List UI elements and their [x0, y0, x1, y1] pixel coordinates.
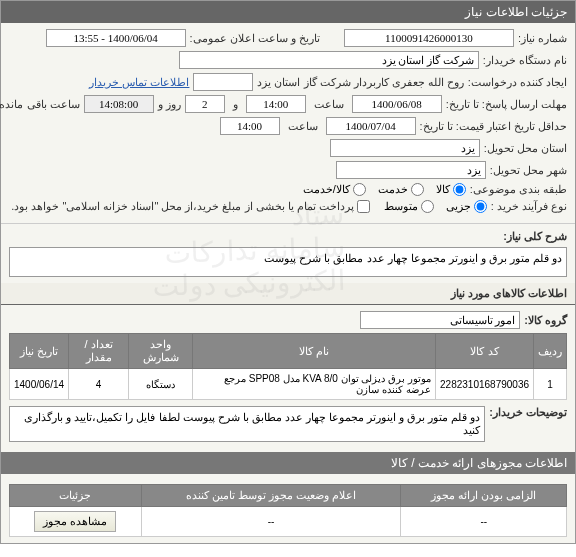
buyer-notes-label: توضیحات خریدار: — [489, 406, 567, 419]
purchase-type-label: نوع فرآیند خرید : — [491, 200, 567, 213]
col-code: کد کالا — [436, 334, 534, 369]
license-table: الزامی بودن ارائه مجوز اعلام وضعیت مجوز … — [9, 484, 567, 537]
minvalid-time[interactable] — [220, 117, 280, 135]
goods-table: ردیف کد کالا نام کالا واحد شمارش تعداد /… — [9, 333, 567, 400]
view-license-button[interactable]: مشاهده مجوز — [34, 511, 116, 532]
deadline-date[interactable] — [352, 95, 442, 113]
col-idx: ردیف — [534, 334, 567, 369]
minvalid-date[interactable] — [326, 117, 416, 135]
cat-kk-radio[interactable] — [353, 183, 366, 196]
col-unit: واحد شمارش — [129, 334, 193, 369]
city-deliver2[interactable] — [336, 161, 486, 179]
cat-khadamat[interactable]: خدمت — [378, 183, 424, 196]
days-field[interactable] — [185, 95, 225, 113]
buyer-notes-text: دو قلم متور برق و اینورتر مجموعا چهار عد… — [9, 406, 485, 442]
time-label-2: ساعت — [288, 120, 318, 133]
cat-khadamat-radio[interactable] — [411, 183, 424, 196]
goods-header: اطلاعات کالاهای مورد نیاز — [1, 283, 575, 305]
and-label: و — [233, 98, 238, 111]
summary-text: دو قلم متور برق و اینورتر مجموعا چهار عد… — [9, 247, 567, 277]
requester-label: ایجاد کننده درخواست: — [468, 76, 567, 89]
deadline-time[interactable] — [246, 95, 306, 113]
page-title: جزئیات اطلاعات نیاز — [1, 1, 575, 23]
remaining-label: ساعت باقی مانده — [0, 98, 80, 111]
lic-col-status: اعلام وضعیت مجوز توسط تامین کننده — [141, 485, 401, 507]
need-no-label: شماره نیاز: — [518, 32, 567, 45]
cat-kala[interactable]: کالا — [436, 183, 466, 196]
group-field[interactable] — [360, 311, 520, 329]
remaining-time — [84, 95, 154, 113]
public-dt-field[interactable] — [46, 29, 186, 47]
contact-link[interactable]: اطلاعات تماس خریدار — [89, 76, 189, 89]
pt-motevaset-radio[interactable] — [421, 200, 434, 213]
city-deliver[interactable] — [330, 139, 480, 157]
buyer-org-field[interactable] — [179, 51, 479, 69]
license-row: -- -- مشاهده مجوز — [10, 507, 567, 537]
pay-note-check[interactable]: پرداخت تمام یا بخشی از مبلغ خرید،از محل … — [11, 200, 370, 213]
city-deliver2-label: شهر محل تحویل: — [490, 164, 567, 177]
table-row[interactable]: 1 2282310168790036 موتور برق دیزلی توان … — [10, 369, 567, 400]
public-dt-label: تاریخ و ساعت اعلان عمومی: — [190, 32, 320, 45]
pt-jozi-radio[interactable] — [474, 200, 487, 213]
lic-col-details: جزئیات — [10, 485, 142, 507]
pay-checkbox[interactable] — [357, 200, 370, 213]
buyer-org-label: نام دستگاه خریدار: — [483, 54, 567, 67]
requester-value: روح الله جعفری کاربردار شرکت گاز استان ی… — [257, 76, 463, 89]
lic-col-req: الزامی بودن ارائه مجوز — [401, 485, 567, 507]
cat-kala-radio[interactable] — [453, 183, 466, 196]
bottom-title: اطلاعات مجوزهای ارائه خدمت / کالا — [1, 452, 575, 474]
days-unit: روز و — [158, 98, 181, 111]
city-deliver-label: استان محل تحویل: — [484, 142, 567, 155]
need-no-field[interactable] — [344, 29, 514, 47]
category-label: طبقه بندی موضوعی: — [470, 183, 567, 196]
pt-jozi[interactable]: جزیی — [446, 200, 487, 213]
pt-motevaset[interactable]: متوسط — [384, 200, 434, 213]
cat-kalakhadamat[interactable]: کالا/خدمت — [303, 183, 366, 196]
time-label-1: ساعت — [314, 98, 344, 111]
col-date: تاریخ نیاز — [10, 334, 69, 369]
summary-label: شرح کلی نیاز: — [503, 230, 567, 243]
group-label: گروه کالا: — [524, 314, 567, 327]
requester-extra[interactable] — [193, 73, 253, 91]
col-qty: تعداد / مقدار — [69, 334, 129, 369]
col-name: نام کالا — [193, 334, 436, 369]
deadline-label: مهلت ارسال پاسخ: تا تاریخ: — [446, 98, 567, 111]
minvalid-label: حداقل تاریخ اعتبار قیمت: تا تاریخ: — [420, 120, 567, 133]
